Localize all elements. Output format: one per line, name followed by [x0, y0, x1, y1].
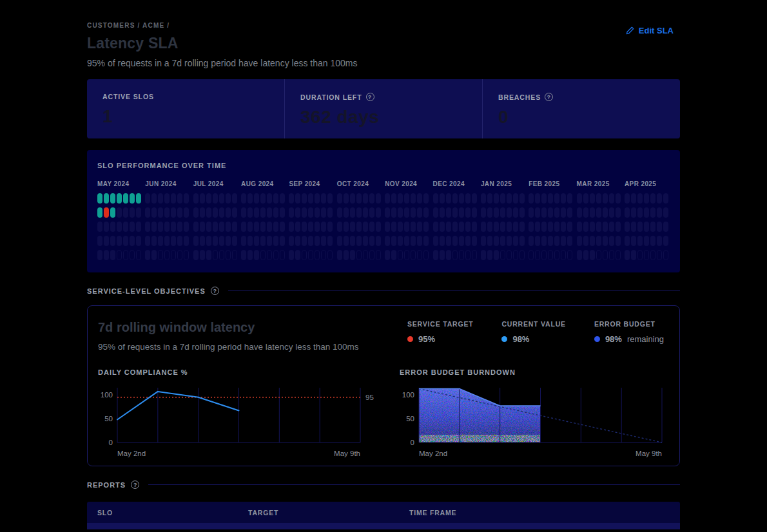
heatmap-day-cell[interactable]	[583, 193, 588, 204]
heatmap-day-cell[interactable]	[110, 222, 115, 232]
heatmap-day-cell[interactable]	[616, 207, 621, 218]
heatmap-day-cell[interactable]	[535, 250, 540, 260]
heatmap-day-cell[interactable]	[267, 222, 272, 232]
heatmap-day-cell[interactable]	[548, 236, 553, 246]
heatmap-day-cell[interactable]	[440, 250, 445, 260]
heatmap-day-cell[interactable]	[529, 207, 534, 218]
heatmap-day-cell[interactable]	[663, 193, 668, 204]
heatmap-day-cell[interactable]	[385, 222, 390, 232]
heatmap-day-cell[interactable]	[308, 193, 313, 204]
heatmap-day-cell[interactable]	[452, 222, 458, 232]
heatmap-day-cell[interactable]	[200, 207, 205, 218]
heatmap-day-cell[interactable]	[404, 250, 409, 260]
heatmap-day-cell[interactable]	[548, 193, 553, 204]
heatmap-day-cell[interactable]	[391, 207, 396, 218]
heatmap-day-cell[interactable]	[145, 236, 150, 246]
heatmap-day-cell[interactable]	[452, 207, 458, 218]
heatmap-day-cell[interactable]	[273, 250, 278, 260]
heatmap-day-cell[interactable]	[609, 250, 614, 260]
heatmap-day-cell[interactable]	[200, 193, 205, 204]
heatmap-day-cell[interactable]	[567, 222, 572, 232]
heatmap-day-cell[interactable]	[241, 222, 246, 232]
heatmap-day-cell[interactable]	[391, 236, 396, 246]
heatmap-day-cell[interactable]	[206, 193, 211, 204]
heatmap-day-cell[interactable]	[136, 193, 141, 204]
heatmap-day-cell[interactable]	[535, 193, 540, 204]
heatmap-day-cell[interactable]	[97, 250, 102, 260]
heatmap-day-cell[interactable]	[494, 250, 499, 260]
heatmap-day-cell[interactable]	[254, 236, 259, 246]
heatmap-day-cell[interactable]	[280, 193, 285, 204]
heatmap-day-cell[interactable]	[136, 207, 141, 218]
heatmap-day-cell[interactable]	[398, 193, 403, 204]
heatmap-day-cell[interactable]	[177, 207, 182, 218]
heatmap-day-cell[interactable]	[171, 250, 176, 260]
heatmap-day-cell[interactable]	[376, 222, 381, 232]
heatmap-day-cell[interactable]	[117, 207, 122, 218]
heatmap-day-cell[interactable]	[625, 236, 630, 246]
heatmap-day-cell[interactable]	[459, 193, 464, 204]
heatmap-day-cell[interactable]	[213, 193, 218, 204]
heatmap-day-cell[interactable]	[376, 236, 381, 246]
heatmap-day-cell[interactable]	[644, 222, 649, 232]
heatmap-day-cell[interactable]	[625, 193, 630, 204]
heatmap-day-cell[interactable]	[184, 193, 189, 204]
heatmap-day-cell[interactable]	[417, 207, 422, 218]
heatmap-day-cell[interactable]	[513, 207, 518, 218]
heatmap-day-cell[interactable]	[411, 236, 416, 246]
heatmap-day-cell[interactable]	[110, 207, 115, 218]
heatmap-day-cell[interactable]	[273, 222, 278, 232]
heatmap-day-cell[interactable]	[104, 193, 109, 204]
heatmap-day-cell[interactable]	[554, 193, 559, 204]
heatmap-day-cell[interactable]	[327, 193, 333, 204]
heatmap-day-cell[interactable]	[481, 207, 486, 218]
heatmap-day-cell[interactable]	[232, 250, 237, 260]
heatmap-day-cell[interactable]	[356, 250, 362, 260]
heatmap-day-cell[interactable]	[289, 193, 294, 204]
heatmap-day-cell[interactable]	[487, 207, 492, 218]
heatmap-day-cell[interactable]	[446, 236, 451, 246]
heatmap-day-cell[interactable]	[535, 222, 540, 232]
heatmap-day-cell[interactable]	[391, 250, 396, 260]
heatmap-day-cell[interactable]	[541, 193, 547, 204]
heatmap-day-cell[interactable]	[136, 222, 141, 232]
heatmap-day-cell[interactable]	[616, 250, 621, 260]
heatmap-day-cell[interactable]	[481, 250, 486, 260]
heatmap-day-cell[interactable]	[254, 222, 259, 232]
heatmap-day-cell[interactable]	[289, 236, 294, 246]
heatmap-day-cell[interactable]	[554, 222, 559, 232]
heatmap-day-cell[interactable]	[226, 207, 231, 218]
heatmap-day-cell[interactable]	[123, 222, 128, 232]
heatmap-day-cell[interactable]	[423, 236, 429, 246]
heatmap-day-cell[interactable]	[398, 236, 403, 246]
heatmap-day-cell[interactable]	[363, 222, 368, 232]
heatmap-day-cell[interactable]	[583, 250, 588, 260]
heatmap-day-cell[interactable]	[117, 222, 122, 232]
heatmap-day-cell[interactable]	[232, 236, 237, 246]
heatmap-day-cell[interactable]	[356, 222, 362, 232]
heatmap-day-cell[interactable]	[398, 207, 403, 218]
heatmap-day-cell[interactable]	[465, 250, 471, 260]
heatmap-day-cell[interactable]	[385, 193, 390, 204]
heatmap-day-cell[interactable]	[590, 222, 595, 232]
heatmap-day-cell[interactable]	[596, 193, 601, 204]
heatmap-day-cell[interactable]	[289, 222, 294, 232]
heatmap-day-cell[interactable]	[631, 193, 636, 204]
heatmap-day-cell[interactable]	[541, 222, 547, 232]
heatmap-day-cell[interactable]	[219, 193, 224, 204]
heatmap-day-cell[interactable]	[603, 193, 608, 204]
heatmap-day-cell[interactable]	[519, 250, 525, 260]
heatmap-day-cell[interactable]	[260, 193, 266, 204]
heatmap-day-cell[interactable]	[241, 250, 246, 260]
heatmap-day-cell[interactable]	[423, 250, 429, 260]
heatmap-day-cell[interactable]	[596, 222, 601, 232]
heatmap-day-cell[interactable]	[171, 222, 176, 232]
heatmap-day-cell[interactable]	[145, 222, 150, 232]
heatmap-day-cell[interactable]	[644, 236, 649, 246]
heatmap-day-cell[interactable]	[513, 236, 518, 246]
heatmap-day-cell[interactable]	[315, 207, 320, 218]
heatmap-day-cell[interactable]	[130, 193, 135, 204]
heatmap-day-cell[interactable]	[446, 193, 451, 204]
reports-table-row[interactable]	[87, 523, 680, 529]
heatmap-day-cell[interactable]	[452, 193, 458, 204]
